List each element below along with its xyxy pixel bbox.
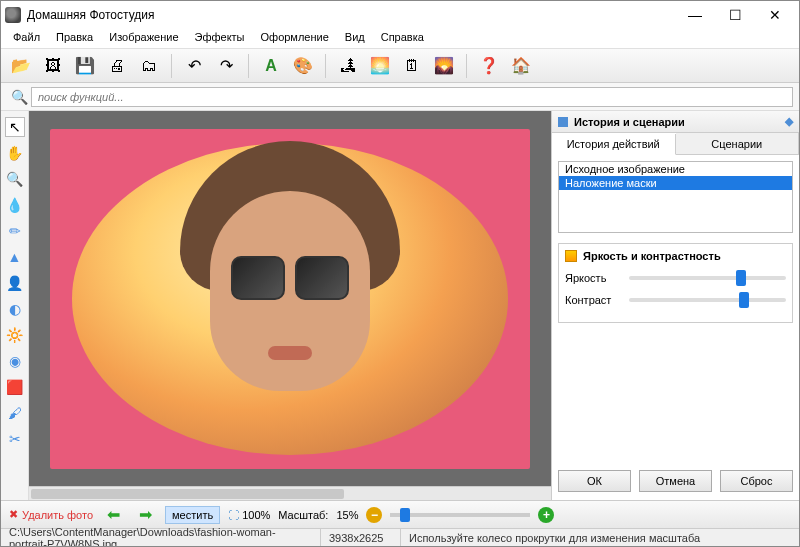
- panel-title: История и сценарии: [574, 116, 685, 128]
- tool-color[interactable]: 🟥: [5, 377, 25, 397]
- calendar-icon[interactable]: 🗓: [398, 52, 426, 80]
- menu-image[interactable]: Изображение: [101, 29, 186, 48]
- app-icon: [5, 7, 21, 23]
- palette-icon[interactable]: 🎨: [289, 52, 317, 80]
- frame1-icon[interactable]: 🏞: [334, 52, 362, 80]
- reset-button[interactable]: Сброс: [720, 470, 793, 492]
- tool-contrast[interactable]: ◐: [5, 299, 25, 319]
- scale-label: Масштаб:: [278, 509, 328, 521]
- delete-icon: ✖: [9, 508, 18, 521]
- tool-brush[interactable]: ✏: [5, 221, 25, 241]
- main-toolbar: 📂 🖼 💾 🖨 🗂 ↶ ↷ A 🎨 🏞 🌅 🗓 🌄 ❓ 🏠: [1, 49, 799, 83]
- tool-sidebar: ↖ ✋ 🔍 💧 ✏ ▲ 👤 ◐ 🔆 ◉ 🟥 🖌 ✂: [1, 111, 29, 500]
- brightness-slider[interactable]: [629, 276, 786, 280]
- zoom-out-button[interactable]: −: [366, 507, 382, 523]
- photo-preview: [50, 129, 530, 469]
- prev-button[interactable]: ⬅: [101, 505, 125, 525]
- status-dimensions: 3938x2625: [321, 529, 401, 546]
- tool-crop[interactable]: ✂: [5, 429, 25, 449]
- tool-zoom[interactable]: 🔍: [5, 169, 25, 189]
- menu-view[interactable]: Вид: [337, 29, 373, 48]
- history-list[interactable]: Исходное изображение Наложение маски: [558, 161, 793, 233]
- zoom-100-button[interactable]: ⛶100%: [228, 509, 270, 521]
- help-icon[interactable]: ❓: [475, 52, 503, 80]
- contrast-slider[interactable]: [629, 298, 786, 302]
- frame2-icon[interactable]: 🌅: [366, 52, 394, 80]
- history-row[interactable]: Наложение маски: [559, 176, 792, 190]
- tab-history[interactable]: История действий: [552, 134, 676, 155]
- cancel-button[interactable]: Отмена: [639, 470, 712, 492]
- tool-pointer[interactable]: ↖: [5, 117, 25, 137]
- canvas-area[interactable]: [29, 111, 551, 486]
- section-title: Яркость и контрастность: [583, 250, 721, 262]
- separator: [466, 54, 467, 78]
- contrast-label: Контраст: [565, 294, 621, 306]
- next-button[interactable]: ➡: [133, 505, 157, 525]
- panel-icon: [558, 117, 568, 127]
- scale-value: 15%: [336, 509, 358, 521]
- history-row[interactable]: Исходное изображение: [559, 162, 792, 176]
- menu-help[interactable]: Справка: [373, 29, 432, 48]
- separator: [325, 54, 326, 78]
- home-icon[interactable]: 🏠: [507, 52, 535, 80]
- brightness-section-icon: [565, 250, 577, 262]
- fit-button[interactable]: местить: [165, 506, 220, 524]
- tool-brightness[interactable]: 🔆: [5, 325, 25, 345]
- tool-hand[interactable]: ✋: [5, 143, 25, 163]
- menu-edit[interactable]: Правка: [48, 29, 101, 48]
- maximize-button[interactable]: ☐: [715, 1, 755, 29]
- separator: [171, 54, 172, 78]
- window-title: Домашняя Фотостудия: [27, 8, 675, 22]
- open-icon[interactable]: 📂: [7, 52, 35, 80]
- menu-effects[interactable]: Эффекты: [187, 29, 253, 48]
- tool-stamp[interactable]: 👤: [5, 273, 25, 293]
- frame3-icon[interactable]: 🌄: [430, 52, 458, 80]
- brightness-label: Яркость: [565, 272, 621, 284]
- print-icon[interactable]: 🖨: [103, 52, 131, 80]
- tool-paint[interactable]: 🖌: [5, 403, 25, 423]
- delete-photo-button[interactable]: ✖ Удалить фото: [9, 508, 93, 521]
- search-icon: 🔍: [7, 89, 31, 105]
- menubar: Файл Правка Изображение Эффекты Оформлен…: [1, 29, 799, 49]
- status-path: C:\Users\ContentManager\Downloads\fashio…: [1, 529, 321, 546]
- minimize-button[interactable]: —: [675, 1, 715, 29]
- zoom-in-button[interactable]: +: [538, 507, 554, 523]
- text-icon[interactable]: A: [257, 52, 285, 80]
- undo-icon[interactable]: ↶: [180, 52, 208, 80]
- redo-icon[interactable]: ↷: [212, 52, 240, 80]
- horizontal-scrollbar[interactable]: [29, 486, 551, 500]
- zoom-slider[interactable]: [390, 513, 530, 517]
- save-icon[interactable]: 💾: [71, 52, 99, 80]
- pin-icon[interactable]: ◆: [785, 115, 793, 128]
- status-hint: Используйте колесо прокрутки для изменен…: [401, 532, 799, 544]
- image-icon[interactable]: 🖼: [39, 52, 67, 80]
- tool-eye[interactable]: ◉: [5, 351, 25, 371]
- catalog-icon[interactable]: 🗂: [135, 52, 163, 80]
- ok-button[interactable]: ОК: [558, 470, 631, 492]
- tool-sharpen[interactable]: ▲: [5, 247, 25, 267]
- search-input[interactable]: [31, 87, 793, 107]
- separator: [248, 54, 249, 78]
- tab-scenarios[interactable]: Сценарии: [676, 133, 800, 154]
- tool-blur[interactable]: 💧: [5, 195, 25, 215]
- menu-file[interactable]: Файл: [5, 29, 48, 48]
- close-button[interactable]: ✕: [755, 1, 795, 29]
- menu-decor[interactable]: Оформление: [253, 29, 337, 48]
